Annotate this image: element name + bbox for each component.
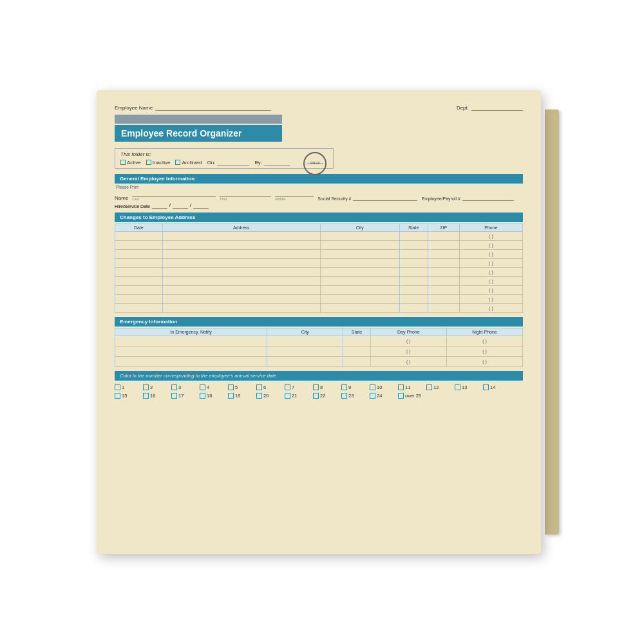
service-num-cb-4[interactable] — [200, 384, 205, 390]
archived-checkbox[interactable] — [175, 160, 180, 165]
emerg-day-phone-cell[interactable]: ( ) — [370, 357, 446, 367]
addr-address-cell[interactable] — [162, 268, 320, 277]
addr-address-cell[interactable] — [162, 304, 320, 313]
addr-address-cell[interactable] — [162, 286, 320, 295]
emerg-day-phone-cell[interactable]: ( ) — [370, 346, 446, 357]
addr-phone-cell[interactable]: ( ) — [459, 241, 522, 250]
emerg-state-cell[interactable] — [343, 336, 371, 346]
service-num-cb-7[interactable] — [285, 384, 290, 390]
emerg-notify-cell[interactable] — [115, 357, 267, 367]
addr-zip-cell[interactable] — [428, 286, 459, 295]
addr-phone-cell[interactable]: ( ) — [459, 304, 522, 313]
service-num-cb-14[interactable] — [483, 384, 489, 390]
addr-date-cell[interactable] — [115, 268, 163, 277]
addr-date-cell[interactable] — [115, 295, 163, 304]
emerg-city-cell[interactable] — [267, 346, 343, 357]
addr-state-cell[interactable] — [399, 268, 428, 277]
addr-date-cell[interactable] — [115, 241, 163, 250]
addr-city-cell[interactable] — [320, 259, 399, 268]
addr-phone-cell[interactable]: ( ) — [459, 286, 522, 295]
addr-address-cell[interactable] — [162, 241, 320, 250]
addr-zip-cell[interactable] — [428, 295, 459, 304]
service-num-cb-over 25[interactable] — [398, 393, 404, 399]
employee-name-line[interactable] — [155, 104, 271, 111]
last-name-line[interactable] — [132, 191, 216, 197]
addr-state-cell[interactable] — [399, 232, 428, 241]
by-line[interactable] — [264, 159, 290, 166]
emerg-night-phone-cell[interactable]: ( ) — [446, 336, 522, 346]
service-num-cb-10[interactable] — [370, 384, 375, 390]
addr-address-cell[interactable] — [162, 295, 320, 304]
hire-month[interactable] — [152, 202, 167, 209]
service-num-cb-20[interactable] — [256, 393, 262, 399]
addr-address-cell[interactable] — [162, 250, 320, 259]
addr-phone-cell[interactable]: ( ) — [459, 268, 522, 277]
addr-phone-cell[interactable]: ( ) — [459, 259, 522, 268]
service-num-cb-23[interactable] — [341, 393, 347, 399]
addr-phone-cell[interactable]: ( ) — [459, 232, 522, 241]
payroll-line[interactable] — [462, 194, 514, 201]
addr-zip-cell[interactable] — [428, 304, 459, 313]
addr-city-cell[interactable] — [320, 295, 399, 304]
first-name-line[interactable] — [220, 191, 271, 197]
ss-line[interactable] — [353, 194, 417, 201]
service-num-cb-24[interactable] — [370, 393, 375, 399]
addr-zip-cell[interactable] — [428, 277, 459, 286]
emerg-notify-cell[interactable] — [115, 336, 267, 346]
hire-day[interactable] — [173, 202, 188, 209]
service-num-cb-22[interactable] — [313, 393, 319, 399]
addr-date-cell[interactable] — [115, 259, 163, 268]
addr-zip-cell[interactable] — [428, 250, 459, 259]
service-num-cb-2[interactable] — [143, 384, 149, 390]
addr-address-cell[interactable] — [162, 232, 320, 241]
hire-year[interactable] — [193, 202, 209, 209]
service-num-cb-16[interactable] — [143, 393, 149, 399]
service-num-cb-19[interactable] — [228, 393, 234, 399]
addr-state-cell[interactable] — [399, 259, 428, 268]
service-num-cb-6[interactable] — [256, 384, 262, 390]
middle-name-line[interactable] — [275, 191, 314, 197]
service-num-cb-13[interactable] — [455, 384, 460, 390]
service-num-cb-11[interactable] — [398, 384, 404, 390]
addr-city-cell[interactable] — [320, 286, 399, 295]
addr-zip-cell[interactable] — [428, 259, 459, 268]
dept-line[interactable] — [471, 104, 523, 111]
addr-phone-cell[interactable]: ( ) — [459, 277, 522, 286]
service-num-cb-5[interactable] — [228, 384, 234, 390]
emerg-night-phone-cell[interactable]: ( ) — [446, 346, 522, 357]
addr-city-cell[interactable] — [320, 268, 399, 277]
inactive-checkbox[interactable] — [146, 160, 151, 165]
emerg-state-cell[interactable] — [343, 357, 371, 367]
service-num-cb-3[interactable] — [171, 384, 177, 390]
addr-zip-cell[interactable] — [428, 268, 459, 277]
addr-state-cell[interactable] — [399, 295, 428, 304]
addr-state-cell[interactable] — [399, 277, 428, 286]
addr-date-cell[interactable] — [115, 277, 163, 286]
addr-address-cell[interactable] — [162, 259, 320, 268]
emerg-notify-cell[interactable] — [115, 346, 267, 357]
addr-date-cell[interactable] — [115, 232, 163, 241]
addr-city-cell[interactable] — [320, 277, 399, 286]
service-num-cb-8[interactable] — [313, 384, 319, 390]
addr-state-cell[interactable] — [399, 286, 428, 295]
addr-city-cell[interactable] — [320, 304, 399, 313]
service-num-cb-17[interactable] — [171, 393, 177, 399]
addr-city-cell[interactable] — [320, 250, 399, 259]
service-num-cb-9[interactable] — [341, 384, 347, 390]
service-num-cb-15[interactable] — [115, 393, 120, 399]
addr-city-cell[interactable] — [320, 232, 399, 241]
addr-state-cell[interactable] — [399, 250, 428, 259]
service-num-cb-18[interactable] — [200, 393, 205, 399]
addr-zip-cell[interactable] — [428, 232, 459, 241]
addr-phone-cell[interactable]: ( ) — [459, 250, 522, 259]
service-num-cb-1[interactable] — [115, 384, 120, 390]
emerg-day-phone-cell[interactable]: ( ) — [370, 336, 446, 346]
emerg-night-phone-cell[interactable]: ( ) — [446, 357, 522, 367]
service-num-cb-21[interactable] — [285, 393, 290, 399]
addr-phone-cell[interactable]: ( ) — [459, 295, 522, 304]
addr-date-cell[interactable] — [115, 304, 163, 313]
addr-city-cell[interactable] — [320, 241, 399, 250]
emerg-state-cell[interactable] — [343, 346, 371, 357]
addr-address-cell[interactable] — [162, 277, 320, 286]
service-num-cb-12[interactable] — [426, 384, 432, 390]
